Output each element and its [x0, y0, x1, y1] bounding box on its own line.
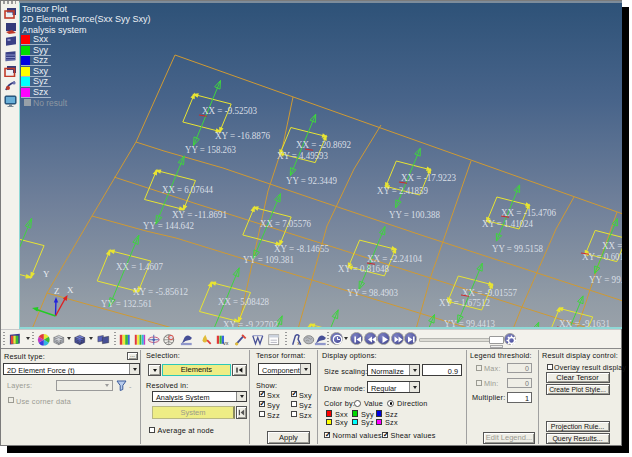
svg-text:XX = 7.05576: XX = 7.05576	[260, 218, 311, 229]
svg-text:YY = 109.381: YY = 109.381	[243, 254, 294, 265]
svg-text:XX = -17.9223: XX = -17.9223	[401, 172, 456, 183]
svg-text:XX = 5.08428: XX = 5.08428	[218, 296, 269, 307]
svg-text:XY = -9.22702: XY = -9.22702	[223, 319, 278, 328]
svg-text:XY = -8.14655: XY = -8.14655	[274, 243, 329, 254]
svg-text:XY = 1.67512: XY = 1.67512	[439, 297, 490, 308]
svg-text:YY = 99.4413: YY = 99.4413	[444, 318, 495, 328]
svg-text:XX = -1: XX = -1	[602, 240, 622, 251]
svg-text:YY = 99.5158: YY = 99.5158	[492, 243, 543, 254]
svg-text:XY = 1.41024: XY = 1.41024	[482, 218, 533, 229]
svg-text:XX = 6.07644: XX = 6.07644	[162, 184, 213, 195]
svg-text:XX = -20.8692: XX = -20.8692	[296, 139, 351, 150]
svg-text:X: X	[67, 285, 74, 295]
svg-text:XX = -9.52503: XX = -9.52503	[202, 105, 257, 116]
svg-text:XY = 4.49593: XY = 4.49593	[277, 150, 328, 161]
svg-text:XX = -15.4706: XX = -15.4706	[501, 207, 556, 218]
svg-text:Z: Z	[54, 286, 60, 296]
svg-text:XX = -9.1631: XX = -9.1631	[559, 318, 610, 328]
svg-text:YY = 132.561: YY = 132.561	[101, 298, 152, 309]
svg-text:Y: Y	[43, 269, 50, 279]
svg-text:XY = -11.8691: XY = -11.8691	[172, 209, 227, 220]
svg-text:YY = 100.388: YY = 100.388	[389, 209, 440, 220]
svg-text:YY = 144.642: YY = 144.642	[143, 220, 194, 231]
svg-text:YY = 98.4903: YY = 98.4903	[347, 287, 398, 298]
svg-text:XY = 0.601: XY = 0.601	[582, 251, 622, 262]
svg-text:XY = 2.41859: XY = 2.41859	[377, 185, 428, 196]
svg-text:XY = -5.85612: XY = -5.85612	[133, 286, 188, 297]
svg-text:YY = 158.263: YY = 158.263	[185, 144, 236, 155]
svg-text:x: x	[297, 339, 300, 345]
svg-text:XX = 1.4607: XX = 1.4607	[116, 261, 163, 272]
svg-text:YY = 92.3449: YY = 92.3449	[286, 175, 337, 186]
svg-text:YY = 99.: YY = 99.	[589, 274, 622, 285]
svg-text:XY = -16.8876: XY = -16.8876	[215, 130, 270, 141]
svg-text:XY = 0.81648: XY = 0.81648	[338, 263, 389, 274]
svg-text:vx: vx	[223, 339, 228, 345]
